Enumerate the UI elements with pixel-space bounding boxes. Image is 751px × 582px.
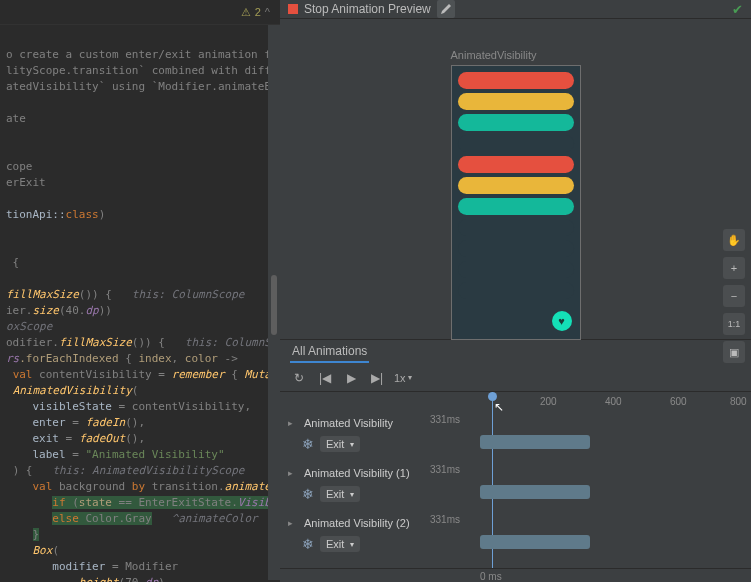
color-bar [458,219,574,236]
cursor-icon: ↖ [494,400,504,414]
expand-icon[interactable]: ▸ [288,468,298,478]
animation-name: Animated Visibility (2) [304,517,410,529]
heart-icon: ♥ [558,315,565,327]
zoom-reset-button[interactable]: 1:1 [723,313,745,335]
loop-button[interactable]: ↻ [290,369,308,387]
device-frame: ♥ [451,65,581,340]
chevron-down-icon: ▾ [350,490,354,499]
skip-start-button[interactable]: |◀ [316,369,334,387]
animation-tabs: All Animations [280,340,751,364]
freeze-icon[interactable]: ❄ [302,486,314,502]
state-selector[interactable]: Exit▾ [320,536,360,552]
color-bar [458,240,574,257]
preview-pane: Stop Animation Preview ✔ AnimatedVisibil… [280,0,751,582]
warning-icon: ⚠ [241,6,251,19]
timeline-ruler: 200 400 600 800 1000 [470,396,751,414]
freeze-icon[interactable]: ❄ [302,436,314,452]
animation-timeline[interactable]: 200 400 600 800 1000 ↖ 331ms 331ms 331ms [470,392,751,568]
code-editor-pane: ⚠ 2 ^ o create a custom enter/exit anima… [0,0,280,582]
preview-tools: ✋ + − 1:1 ▣ [723,229,745,363]
editor-scrollbar[interactable] [268,25,280,580]
speed-selector[interactable]: 1x▾ [394,372,412,384]
preview-toolbar: Stop Animation Preview ✔ [280,0,751,19]
chevron-down-icon: ▾ [350,440,354,449]
animation-name: Animated Visibility (1) [304,467,410,479]
timeline-footer: 0 ms [280,568,751,582]
state-selector[interactable]: Exit▾ [320,436,360,452]
pan-button[interactable]: ✋ [723,229,745,251]
footer-time-label: 0 ms [480,571,502,582]
scrollbar-thumb[interactable] [271,275,277,335]
preview-title: Stop Animation Preview [304,2,431,16]
timeline-track[interactable] [480,485,590,499]
animation-name: Animated Visibility [304,417,393,429]
color-bar [458,93,574,110]
chevron-up-icon: ^ [265,6,270,18]
color-bar [458,282,574,299]
timeline-track[interactable] [480,435,590,449]
color-bar [458,135,574,152]
color-bar [458,177,574,194]
warning-count: 2 [255,6,261,18]
color-bar [458,261,574,278]
expand-icon[interactable]: ▸ [288,418,298,428]
editor-status-bar: ⚠ 2 ^ [0,0,280,25]
duration-label: 331ms [430,464,460,475]
animation-controls: ↻ |◀ ▶ ▶| 1x▾ [280,364,751,392]
check-icon: ✔ [732,2,743,17]
chevron-down-icon: ▾ [350,540,354,549]
color-bar [458,156,574,173]
preview-stage: AnimatedVisibility ♥ ✋ + − 1:1 ▣ [280,19,751,339]
color-bar [458,72,574,89]
device-label: AnimatedVisibility [451,49,581,61]
animation-panel: All Animations ↻ |◀ ▶ ▶| 1x▾ ▸Animated V… [280,339,751,582]
stop-icon[interactable] [288,4,298,14]
color-bar [458,198,574,215]
duration-label: 331ms [430,414,460,425]
warnings-badge[interactable]: ⚠ 2 ^ [241,6,270,19]
chevron-down-icon: ▾ [408,373,412,382]
expand-icon[interactable]: ▸ [288,518,298,528]
edit-button[interactable] [437,0,455,18]
state-selector[interactable]: Exit▾ [320,486,360,502]
pencil-icon [440,3,452,15]
freeze-icon[interactable]: ❄ [302,536,314,552]
skip-end-button[interactable]: ▶| [368,369,386,387]
device-preview: AnimatedVisibility ♥ [451,49,581,340]
fab-button[interactable]: ♥ [552,311,572,331]
animation-body: ▸Animated Visibility ❄Exit▾ ▸Animated Vi… [280,392,751,568]
duration-label: 331ms [430,514,460,525]
code-content[interactable]: o create a custom enter/exit animation f… [0,25,280,582]
play-button[interactable]: ▶ [342,369,360,387]
zoom-fit-button[interactable]: ▣ [723,341,745,363]
zoom-in-button[interactable]: + [723,257,745,279]
zoom-out-button[interactable]: − [723,285,745,307]
color-bar [458,114,574,131]
timeline-track[interactable] [480,535,590,549]
tab-all-animations[interactable]: All Animations [290,341,369,363]
